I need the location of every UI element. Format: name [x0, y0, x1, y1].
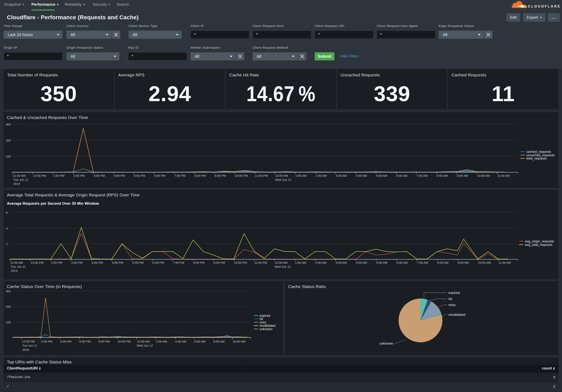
- svg-text:11:00 AM: 11:00 AM: [497, 174, 510, 177]
- svg-text:2:00 PM: 2:00 PM: [73, 174, 85, 177]
- svg-text:cached_requests: cached_requests: [526, 150, 551, 154]
- svg-text:unknown: unknown: [380, 342, 393, 345]
- svg-text:12:00 PM: 12:00 PM: [31, 261, 44, 264]
- svg-text:5:00 AM: 5:00 AM: [376, 261, 387, 264]
- svg-text:4:00 AM: 4:00 AM: [356, 261, 367, 264]
- svg-text:Wed Jun 12: Wed Jun 12: [137, 344, 153, 347]
- svg-text:200: 200: [6, 305, 11, 308]
- svg-text:expired: expired: [448, 291, 460, 295]
- svg-text:total_requests: total_requests: [526, 157, 547, 160]
- svg-text:12:00 PM: 12:00 PM: [22, 340, 35, 343]
- svg-text:2019: 2019: [11, 269, 17, 272]
- svg-text:5:00 AM: 5:00 AM: [376, 174, 387, 177]
- svg-text:1:00 PM: 1:00 PM: [53, 174, 64, 177]
- svg-text:unknown: unknown: [259, 327, 272, 331]
- svg-text:1:00 PM: 1:00 PM: [51, 261, 62, 264]
- svg-text:9:00 AM: 9:00 AM: [457, 261, 469, 264]
- svg-text:8:00 AM: 8:00 AM: [213, 340, 225, 343]
- svg-text:6:00 PM: 6:00 PM: [79, 340, 91, 343]
- svg-text:avg_origin_requests: avg_origin_requests: [525, 240, 554, 243]
- svg-text:8:00 PM: 8:00 PM: [193, 261, 205, 264]
- svg-text:6:00 PM: 6:00 PM: [154, 174, 165, 177]
- svg-text:300: 300: [6, 123, 11, 126]
- svg-text:1:00 AM: 1:00 AM: [295, 261, 306, 264]
- svg-text:6:00 AM: 6:00 AM: [396, 174, 408, 177]
- svg-text:avg_total_requests: avg_total_requests: [525, 243, 552, 247]
- svg-text:8:00 AM: 8:00 AM: [437, 261, 448, 264]
- svg-text:6:00 AM: 6:00 AM: [194, 340, 205, 343]
- svg-text:11:00 PM: 11:00 PM: [254, 261, 267, 264]
- svg-text:Tue Jun 11: Tue Jun 11: [13, 178, 28, 181]
- svg-text:2019: 2019: [13, 182, 20, 185]
- svg-text:12:00 PM: 12:00 PM: [33, 174, 46, 177]
- svg-text:10:00 PM: 10:00 PM: [117, 340, 130, 343]
- svg-text:1:00 AM: 1:00 AM: [295, 174, 306, 177]
- svg-text:miss: miss: [448, 303, 456, 307]
- svg-text:revalidated: revalidated: [448, 313, 465, 317]
- svg-text:2:00 AM: 2:00 AM: [316, 174, 327, 177]
- svg-text:9:00 PM: 9:00 PM: [214, 261, 225, 264]
- svg-text:4:00 AM: 4:00 AM: [356, 174, 367, 177]
- svg-text:10:00 AM: 10:00 AM: [477, 174, 490, 177]
- svg-text:10:00 AM: 10:00 AM: [478, 261, 491, 264]
- svg-text:4:00 PM: 4:00 PM: [60, 340, 71, 343]
- svg-text:7:00 AM: 7:00 AM: [416, 174, 428, 177]
- svg-text:3:00 PM: 3:00 PM: [92, 261, 103, 264]
- svg-text:11:00 PM: 11:00 PM: [255, 174, 268, 177]
- svg-text:2:00 PM: 2:00 PM: [71, 261, 82, 264]
- svg-text:9:00 PM: 9:00 PM: [215, 174, 226, 177]
- svg-text:12:00 AM: 12:00 AM: [274, 261, 287, 264]
- svg-text:2:00 AM: 2:00 AM: [315, 261, 327, 264]
- svg-text:4:00 PM: 4:00 PM: [112, 261, 123, 264]
- svg-text:miss: miss: [259, 321, 266, 324]
- svg-text:12:00 AM: 12:00 AM: [137, 340, 150, 343]
- svg-text:4:00 PM: 4:00 PM: [114, 174, 125, 177]
- svg-text:10:00 PM: 10:00 PM: [235, 174, 248, 177]
- svg-text:8:00 PM: 8:00 PM: [99, 340, 110, 343]
- svg-text:11:00 AM: 11:00 AM: [13, 174, 25, 177]
- svg-text:12:00 AM: 12:00 AM: [275, 174, 288, 177]
- svg-text:2:00 PM: 2:00 PM: [41, 340, 52, 343]
- svg-text:expired: expired: [259, 314, 270, 317]
- svg-text:5:00 PM: 5:00 PM: [132, 261, 143, 264]
- svg-text:5:00 PM: 5:00 PM: [134, 174, 145, 177]
- svg-text:9:00 AM: 9:00 AM: [457, 174, 468, 177]
- svg-text:4: 4: [6, 227, 8, 230]
- svg-text:3:00 AM: 3:00 AM: [336, 261, 347, 264]
- svg-text:7:00 PM: 7:00 PM: [173, 261, 184, 264]
- svg-text:6:00 AM: 6:00 AM: [397, 261, 408, 264]
- svg-text:3:00 PM: 3:00 PM: [94, 174, 105, 177]
- svg-text:4:00 AM: 4:00 AM: [175, 340, 186, 343]
- svg-text:11:00 AM: 11:00 AM: [10, 261, 23, 264]
- svg-text:3:00 AM: 3:00 AM: [336, 174, 347, 177]
- svg-text:2: 2: [6, 242, 8, 246]
- svg-text:100: 100: [6, 155, 11, 158]
- svg-text:Tue Jun 11: Tue Jun 11: [22, 344, 37, 347]
- svg-text:2:00 AM: 2:00 AM: [156, 340, 167, 343]
- svg-text:100: 100: [6, 321, 11, 324]
- svg-text:200: 200: [6, 139, 11, 142]
- svg-text:2019: 2019: [22, 348, 29, 351]
- svg-text:Wed Jun 12: Wed Jun 12: [275, 178, 291, 181]
- svg-text:10:00 PM: 10:00 PM: [234, 261, 247, 264]
- svg-text:8:00 AM: 8:00 AM: [437, 174, 448, 177]
- svg-text:revalidated: revalidated: [259, 324, 275, 327]
- svg-text:Wed Jun 12: Wed Jun 12: [274, 265, 291, 268]
- svg-text:6:00 PM: 6:00 PM: [153, 261, 164, 264]
- svg-text:10:00 AM: 10:00 AM: [233, 340, 245, 343]
- svg-text:7:00 PM: 7:00 PM: [174, 174, 186, 177]
- svg-text:uncached_requests: uncached_requests: [526, 153, 555, 157]
- svg-text:11:00 AM: 11:00 AM: [498, 261, 511, 264]
- svg-text:hit: hit: [259, 317, 263, 321]
- svg-text:Tue Jun 11: Tue Jun 11: [11, 265, 25, 268]
- svg-text:6: 6: [6, 211, 8, 214]
- svg-text:300: 300: [6, 289, 11, 293]
- svg-text:hit: hit: [448, 297, 452, 301]
- svg-text:8:00 PM: 8:00 PM: [194, 174, 206, 177]
- svg-text:7:00 AM: 7:00 AM: [417, 261, 428, 264]
